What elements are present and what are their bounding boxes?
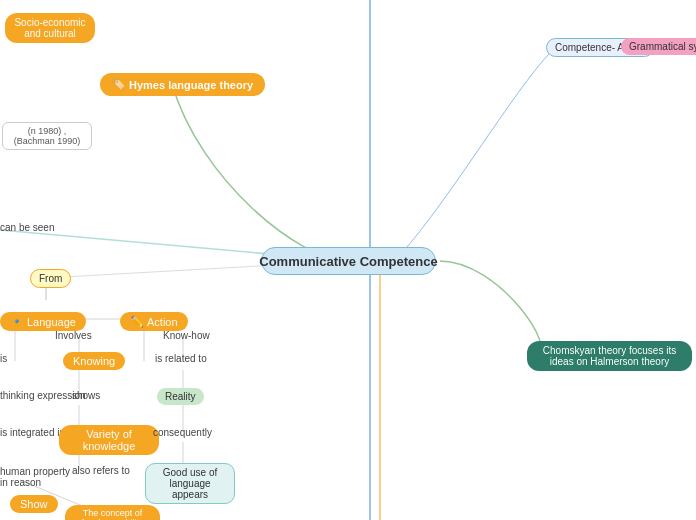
the-concept-node[interactable]: The concept of faculty or ability	[65, 505, 160, 520]
shows-node: shows	[72, 390, 100, 401]
hymes-node[interactable]: 🏷️ Hymes language theory	[100, 73, 265, 96]
consequently-node: consequently	[153, 427, 212, 438]
reality-node[interactable]: Reality	[157, 388, 204, 405]
socioeconomic-node[interactable]: Socio-economic and cultural	[5, 13, 95, 43]
categories-node: (n 1980) , (Bachman 1990)	[2, 122, 92, 150]
human-property-node: human property	[0, 466, 70, 477]
is-node: is	[0, 353, 7, 364]
can-be-seen-node: can be seen	[0, 222, 55, 233]
mindmap-canvas: Communicative Competence 🏷️ Hymes langua…	[0, 0, 696, 520]
grammatical-system-node[interactable]: Grammatical system	[621, 38, 696, 55]
language-icon: 🔹	[10, 315, 24, 328]
hymes-icon: 🏷️	[112, 78, 126, 91]
also-refers-to-node: also refers to	[72, 465, 130, 476]
know-how-node: Know-how	[163, 330, 210, 341]
is-related-to-node: is related to	[155, 353, 207, 364]
knowing-node[interactable]: Knowing	[63, 352, 125, 370]
action-icon: ✏️	[130, 315, 144, 328]
chomskyan-node[interactable]: Chomskyan theory focuses its ideas on Ha…	[527, 341, 692, 371]
variety-knowledge-node[interactable]: Variety of knowledge	[59, 425, 159, 455]
action-node[interactable]: ✏️ Action	[120, 312, 188, 331]
from-node[interactable]: From	[30, 269, 71, 288]
in-reason-node: in reason	[0, 477, 41, 488]
show-button[interactable]: Show	[10, 495, 58, 513]
good-use-node[interactable]: Good use of language appears	[145, 463, 235, 504]
language-node[interactable]: 🔹 Language	[0, 312, 86, 331]
main-node[interactable]: Communicative Competence	[261, 247, 436, 275]
involves-node: Involves	[55, 330, 92, 341]
